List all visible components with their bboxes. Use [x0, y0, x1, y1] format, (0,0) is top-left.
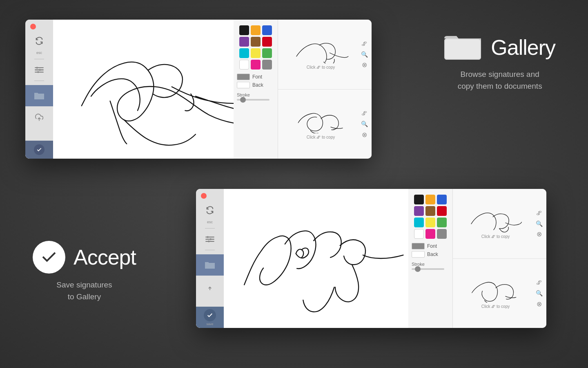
stroke-slider-bottom[interactable] [412, 268, 444, 270]
divider-bottom-2 [205, 250, 215, 250]
close-icon-1-top[interactable]: ⊗ [360, 61, 368, 69]
gallery-sig-1-top: Click 🖇 to copy [281, 39, 360, 70]
color-cyan-bottom[interactable] [414, 218, 424, 227]
search-icon-2-bottom[interactable]: 🔍 [535, 289, 543, 297]
gallery-item-2-bottom: Click 🖇 to copy 🖇 🔍 ⊗ [453, 259, 546, 328]
gallery-copy-1-bottom: Click 🖇 to copy [481, 234, 510, 239]
close-button-bottom[interactable] [201, 193, 207, 199]
accept-circle-icon [33, 241, 65, 274]
back-button-bottom[interactable]: Back [412, 251, 449, 258]
color-orange-bottom[interactable] [425, 195, 435, 204]
search-icon-1-bottom[interactable]: 🔍 [535, 220, 543, 228]
svg-point-4 [39, 69, 41, 71]
drawing-area-bottom[interactable] [224, 189, 408, 328]
stroke-thumb-top[interactable] [240, 97, 246, 103]
stroke-top: Stroke [237, 92, 274, 101]
folder-sidebar-top[interactable] [25, 85, 53, 106]
gallery-actions-2-bottom: 🖇 🔍 ⊗ [535, 278, 543, 308]
sliders-icon-top[interactable] [33, 63, 46, 76]
gallery-item-1-bottom: Click 🖇 to copy 🖇 🔍 ⊗ [453, 189, 546, 259]
accept-sidebar-top[interactable] [25, 141, 53, 159]
font-back-bottom: Font Back [412, 243, 449, 258]
svg-point-3 [36, 67, 38, 68]
color-green-top[interactable] [262, 48, 272, 58]
color-white-top[interactable] [239, 60, 249, 70]
color-black-bottom[interactable] [414, 195, 424, 204]
gallery-sig-2-bottom: Click 🖇 to copy [456, 278, 535, 309]
gallery-actions-1-top: 🖇 🔍 ⊗ [360, 40, 368, 69]
close-icon-1-bottom[interactable]: ⊗ [535, 230, 543, 238]
folder-sidebar-bottom[interactable] [196, 254, 224, 276]
accept-icon-row: Accept [33, 241, 136, 274]
close-icon-2-bottom[interactable]: ⊗ [535, 300, 543, 308]
color-blue-top[interactable] [262, 25, 272, 35]
color-yellow-top[interactable] [251, 48, 261, 58]
color-purple-top[interactable] [239, 37, 249, 47]
svg-point-14 [210, 238, 212, 240]
divider-top-2 [34, 81, 44, 81]
color-green-bottom[interactable] [437, 218, 447, 227]
refresh-icon-bottom[interactable] [203, 204, 216, 217]
search-icon-2-top[interactable]: 🔍 [360, 120, 368, 128]
svg-point-13 [207, 236, 208, 238]
stroke-thumb-bottom[interactable] [415, 266, 421, 272]
paperclip-icon-2-top[interactable]: 🖇 [360, 109, 368, 117]
color-gray-top[interactable] [262, 60, 272, 70]
font-color-preview-bottom [412, 243, 425, 249]
stroke-slider-top[interactable] [237, 99, 270, 101]
font-button-bottom[interactable]: Font [412, 243, 449, 249]
gallery-copy-1-top: Click 🖇 to copy [307, 65, 335, 70]
gallery-folder-icon [444, 33, 481, 62]
paperclip-icon-2-bottom[interactable]: 🖇 [535, 278, 543, 287]
gallery-actions-1-bottom: 🖇 🔍 ⊗ [535, 209, 543, 238]
gallery-copy-2-top: Click 🖇 to copy [307, 135, 335, 139]
close-icon-2-top[interactable]: ⊗ [360, 130, 368, 139]
color-grid-top [237, 25, 274, 70]
bottom-window: esc [196, 189, 546, 328]
gallery-sig-1-bottom: Click 🖇 to copy [456, 208, 535, 239]
accept-feature: Accept Save signaturesto Gallery [33, 241, 136, 303]
svg-point-15 [208, 240, 209, 242]
color-gray-bottom[interactable] [437, 229, 447, 239]
color-brown-top[interactable] [251, 37, 261, 47]
sidebar-top: esc [25, 20, 53, 159]
gallery-actions-2-top: 🖇 🔍 ⊗ [360, 109, 368, 139]
sliders-icon-bottom[interactable] [203, 233, 216, 246]
esc-label-bottom: esc [207, 220, 213, 224]
font-label-bottom: Font [427, 243, 437, 249]
paperclip-icon-1-top[interactable]: 🖇 [360, 40, 368, 48]
gallery-panel-top: Click 🖇 to copy 🖇 🔍 ⊗ Click 🖇 to copy 🖇 [278, 20, 372, 159]
color-purple-bottom[interactable] [414, 206, 424, 216]
back-button-top[interactable]: Back [237, 82, 274, 88]
color-pink-bottom[interactable] [425, 229, 435, 239]
color-red-bottom[interactable] [437, 206, 447, 216]
upload-icon-bottom[interactable] [203, 280, 216, 294]
color-red-top[interactable] [262, 37, 272, 47]
color-yellow-bottom[interactable] [425, 218, 435, 227]
checkmark-icon [40, 249, 58, 266]
color-blue-bottom[interactable] [437, 195, 447, 204]
accept-sidebar-bottom[interactable]: save [196, 307, 224, 328]
back-color-preview-top [237, 82, 250, 88]
close-button-top[interactable] [30, 24, 36, 29]
drawing-area-top[interactable] [53, 20, 234, 159]
gallery-title: Gallery [491, 35, 555, 60]
paperclip-icon-1-bottom[interactable]: 🖇 [535, 209, 543, 217]
accept-title: Accept [74, 245, 136, 269]
gallery-sig-2-top: Click 🖇 to copy [281, 109, 360, 139]
color-cyan-top[interactable] [239, 48, 249, 58]
upload-icon-top[interactable] [33, 111, 46, 124]
gallery-description: Browse signatures andcopy them to docume… [458, 69, 542, 92]
gallery-feature: Gallery Browse signatures andcopy them t… [444, 33, 555, 92]
search-icon-1-top[interactable]: 🔍 [360, 50, 368, 58]
color-pink-top[interactable] [251, 60, 261, 70]
color-orange-top[interactable] [251, 25, 261, 35]
font-button-top[interactable]: Font [237, 74, 274, 80]
gallery-item-2-top: Click 🖇 to copy 🖇 🔍 ⊗ [278, 90, 372, 159]
refresh-icon[interactable] [33, 34, 46, 47]
font-label-top: Font [252, 74, 262, 80]
color-black-top[interactable] [239, 25, 249, 35]
color-brown-bottom[interactable] [425, 206, 435, 216]
stroke-bottom: Stroke [412, 262, 449, 270]
color-white-bottom[interactable] [414, 229, 424, 239]
